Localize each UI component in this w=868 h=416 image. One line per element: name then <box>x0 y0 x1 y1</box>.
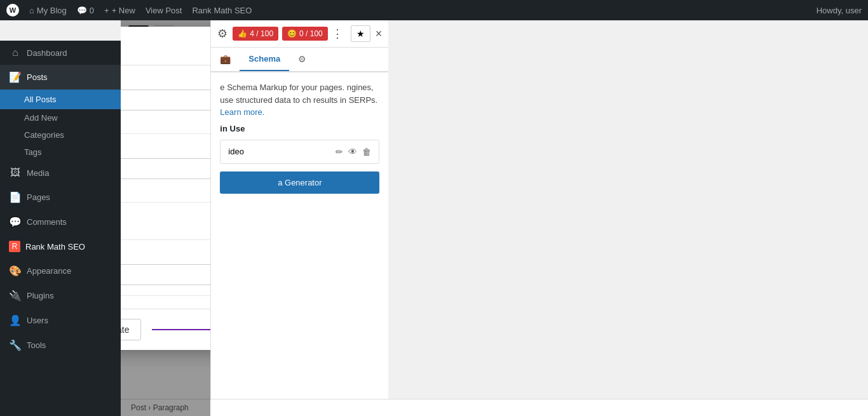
sidebar-item-tools[interactable]: 🔧 Tools <box>0 333 121 358</box>
view-schema-button[interactable]: 👁 <box>348 147 357 157</box>
modal-footer: Advanced Editor Save as Template Save fo… <box>121 309 210 350</box>
rank-math-icon: R <box>9 241 20 252</box>
thumbs-up-icon: 👍 <box>238 29 247 38</box>
sidebar-label-rank-math: Rank Math SEO <box>25 242 85 252</box>
readability-score-value: 0 / 100 <box>299 29 323 38</box>
seo-score-value: 4 / 100 <box>250 29 273 38</box>
schema-intro-text: e Schema Markup for your pages. ngines, … <box>220 81 379 119</box>
video-clip-header: Video Clip ⊕ + Add Property Group <box>121 213 210 223</box>
width-input[interactable] <box>121 264 210 285</box>
wp-logo[interactable]: W <box>6 4 19 17</box>
post-settings-icon[interactable]: ⚙ <box>217 27 227 41</box>
sidebar-item-appearance[interactable]: 🎨 Appearance <box>0 258 121 283</box>
schema-builder-modal: Schema Builder × DURATION ISO 8601 durat… <box>121 27 210 350</box>
learn-more-link[interactable]: Learn more. <box>220 107 264 117</box>
modal-header: Schema Builder × <box>121 27 210 65</box>
sidebar-item-rank-math[interactable]: R Rank Math SEO <box>0 234 121 258</box>
score-badges: 👍 4 / 100 😊 0 / 100 ⋮ <box>233 27 342 41</box>
admin-bar-new[interactable]: + + New <box>104 6 135 15</box>
video-thumbnail-hint: A video thumbnail URL <box>121 183 210 192</box>
schema-item-name: ideo <box>228 147 244 156</box>
width-label: WIDTH <box>121 250 210 258</box>
star-button[interactable]: ★ <box>351 25 370 42</box>
sidebar-sub-add-new[interactable]: Add New <box>0 109 121 126</box>
schema-card-actions: ✏ 👁 🗑 <box>336 147 371 157</box>
dashboard-icon: ⌂ <box>9 47 22 58</box>
sidebar-label-dashboard: Dashboard <box>27 48 67 58</box>
tab-settings[interactable]: ⚙ <box>289 48 315 71</box>
video-thumbnail-section: VIDEO THUMBNAIL A <box>121 134 210 203</box>
sidebar-label-comments: Comments <box>27 217 67 227</box>
edit-schema-button[interactable]: ✏ <box>336 147 343 157</box>
sidebar-label-media: Media <box>27 168 49 178</box>
pages-icon: 📄 <box>9 191 22 203</box>
sidebar-item-media[interactable]: 🖼 Media <box>0 161 121 185</box>
duration-input[interactable] <box>121 90 210 111</box>
sidebar-item-users[interactable]: 👤 Users <box>0 308 121 333</box>
duration-label: DURATION <box>121 76 210 83</box>
readability-score-badge[interactable]: 😊 0 / 100 <box>282 27 328 41</box>
right-panel: ⚙ 👍 4 / 100 😊 0 / 100 ⋮ ★ × 💼 Schema ⚙ <box>210 20 388 416</box>
tab-briefcase[interactable]: 💼 <box>211 48 240 71</box>
duration-section: DURATION ISO 8601 duration format. Examp… <box>121 65 210 134</box>
readability-icon: 😊 <box>287 29 297 38</box>
tab-schema[interactable]: Schema <box>240 48 289 71</box>
admin-bar-rankmath[interactable]: Rank Math SEO <box>192 6 252 15</box>
sidebar-item-dashboard[interactable]: ⌂ Dashboard <box>0 41 121 65</box>
admin-bar-comments[interactable]: 💬 0 <box>77 6 94 15</box>
right-panel-tabs: 💼 Schema ⚙ <box>211 48 388 72</box>
appearance-icon: 🎨 <box>9 265 22 277</box>
delete-schema-button[interactable]: 🗑 <box>362 147 371 157</box>
plugins-icon: 🔌 <box>9 290 22 302</box>
sidebar-item-comments[interactable]: 💬 Comments <box>0 210 121 234</box>
footer-arrow-annotation <box>149 320 210 339</box>
modal-body[interactable]: DURATION ISO 8601 duration format. Examp… <box>121 65 210 309</box>
sidebar-item-posts[interactable]: 📝 Posts <box>0 65 121 90</box>
schema-generator-button[interactable]: a Generator <box>220 171 379 194</box>
right-panel-header: ⚙ 👍 4 / 100 😊 0 / 100 ⋮ ★ × <box>211 20 388 48</box>
sidebar: ⌂ Dashboard 📝 Posts All Posts Add New Ca… <box>0 41 121 416</box>
comments-icon: 💬 <box>9 216 22 228</box>
sidebar-sub-all-posts[interactable]: All Posts <box>0 90 121 109</box>
sidebar-label-pages: Pages <box>27 192 50 202</box>
sidebar-label-tools: Tools <box>27 340 46 350</box>
media-icon: 🖼 <box>9 167 22 178</box>
sidebar-label-appearance: Appearance <box>27 266 71 276</box>
scroll-spacer <box>121 296 210 309</box>
admin-bar-blog[interactable]: ⌂ My Blog <box>29 6 67 15</box>
sidebar-item-plugins[interactable]: 🔌 Plugins <box>0 283 121 308</box>
sidebar-sub-categories[interactable]: Categories <box>0 126 121 144</box>
thumbnail-input-wrapper <box>121 158 210 179</box>
video-clip-section: Video Clip ⊕ + Add Property Group <box>121 203 210 240</box>
video-thumbnail-input[interactable] <box>121 158 210 179</box>
video-thumbnail-label: VIDEO THUMBNAIL <box>121 144 210 152</box>
close-right-panel-button[interactable]: × <box>376 27 383 41</box>
admin-bar-greeting: Howdy, user <box>817 6 862 15</box>
seo-score-badge[interactable]: 👍 4 / 100 <box>233 27 278 41</box>
tools-icon: 🔧 <box>9 339 22 351</box>
more-options-button[interactable]: ⋮ <box>332 27 343 41</box>
admin-bar-view-post[interactable]: View Post <box>146 6 182 15</box>
in-use-label: in Use <box>220 124 379 133</box>
sidebar-item-pages[interactable]: 📄 Pages <box>0 185 121 210</box>
right-panel-body: e Schema Markup for your pages. ngines, … <box>211 72 388 416</box>
admin-bar: W ⌂ My Blog 💬 0 + + New View Post Rank M… <box>0 0 868 20</box>
breadcrumb-bar: Post › Paragraph <box>121 399 868 416</box>
width-section: WIDTH <box>121 240 210 296</box>
save-as-template-button[interactable]: Save as Template <box>121 319 141 340</box>
sidebar-label-users: Users <box>27 316 48 325</box>
schema-card: ideo ✏ 👁 🗑 <box>220 140 379 164</box>
sidebar-label-plugins: Plugins <box>27 291 54 300</box>
sidebar-label-posts: Posts <box>27 72 48 82</box>
sidebar-sub-tags[interactable]: Tags <box>0 144 121 161</box>
users-icon: 👤 <box>9 314 22 326</box>
posts-icon: 📝 <box>9 71 22 83</box>
duration-hint: ISO 8601 duration format. Example: PT1H3… <box>121 114 210 123</box>
